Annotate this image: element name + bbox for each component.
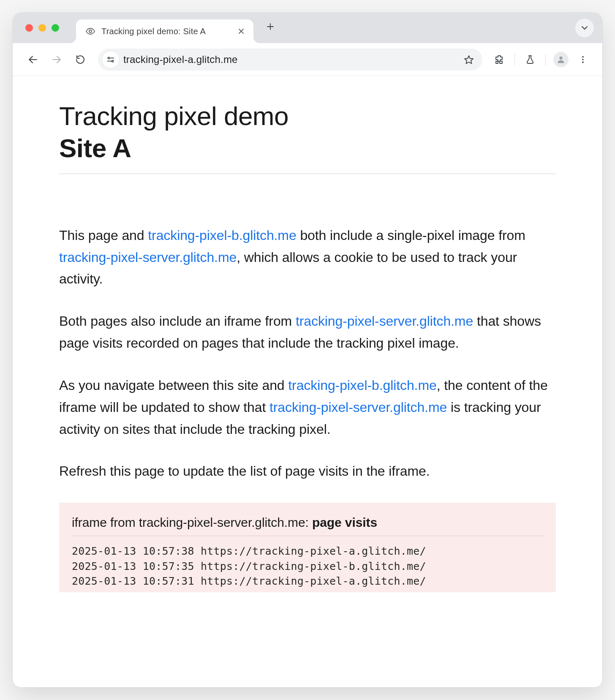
avatar-icon (553, 52, 569, 67)
svg-point-9 (112, 60, 114, 62)
svg-point-12 (559, 56, 562, 59)
addrbar-actions (460, 50, 478, 69)
menu-button[interactable] (574, 50, 592, 69)
window-controls (13, 13, 59, 43)
svg-point-7 (108, 57, 109, 59)
extensions-icon[interactable] (490, 50, 509, 69)
text-run: This page and (59, 228, 148, 243)
forward-button[interactable] (46, 49, 67, 70)
tab-strip: Tracking pixel demo: Site A (13, 13, 602, 43)
url-text[interactable]: tracking-pixel-a.glitch.me (123, 54, 455, 65)
labs-icon[interactable] (521, 50, 539, 69)
browser-tab[interactable]: Tracking pixel demo: Site A (76, 19, 253, 43)
close-icon[interactable] (237, 27, 246, 36)
page-title: Tracking pixel demo Site A (59, 101, 556, 164)
site-settings-icon[interactable] (102, 51, 119, 68)
svg-point-14 (582, 59, 584, 60)
paragraph-4: Refresh this page to update the list of … (59, 460, 556, 482)
address-bar[interactable]: tracking-pixel-a.glitch.me (98, 49, 482, 71)
svg-point-15 (582, 61, 584, 63)
iframe-divider (72, 536, 543, 536)
window-close-icon[interactable] (25, 24, 33, 32)
iframe-panel: iframe from tracking-pixel-server.glitch… (59, 503, 556, 592)
title-divider (59, 174, 556, 174)
new-tab-button[interactable] (262, 18, 279, 35)
text-run: As you navigate between this site and (59, 378, 288, 393)
profile-button[interactable] (552, 50, 570, 69)
link-site-b[interactable]: tracking-pixel-b.glitch.me (288, 378, 436, 393)
paragraph-3: As you navigate between this site and tr… (59, 375, 556, 440)
paragraph-2: Both pages also include an iframe from t… (59, 311, 556, 354)
tab-title: Tracking pixel demo: Site A (101, 27, 231, 36)
reload-button[interactable] (70, 49, 90, 70)
svg-point-0 (89, 30, 92, 33)
body-copy: This page and tracking-pixel-b.glitch.me… (59, 225, 556, 482)
page-title-line2: Site A (59, 133, 556, 164)
link-site-b[interactable]: tracking-pixel-b.glitch.me (148, 228, 296, 243)
link-server[interactable]: tracking-pixel-server.glitch.me (59, 250, 237, 265)
star-icon[interactable] (460, 50, 478, 69)
svg-marker-11 (465, 56, 473, 64)
tabs-dropdown-button[interactable] (575, 19, 594, 37)
toolbar-separator (514, 54, 515, 65)
svg-point-13 (582, 56, 584, 57)
paragraph-1: This page and tracking-pixel-b.glitch.me… (59, 225, 556, 290)
visit-log: 2025-01-13 10:57:38 https://tracking-pix… (72, 544, 543, 592)
browser-toolbar: tracking-pixel-a.glitch.me (13, 43, 602, 76)
browser-window: Tracking pixel demo: Site A (13, 13, 602, 687)
iframe-title: iframe from tracking-pixel-server.glitch… (72, 515, 543, 530)
page-title-line1: Tracking pixel demo (59, 101, 288, 131)
text-run: Both pages also include an iframe from (59, 313, 296, 329)
link-server[interactable]: tracking-pixel-server.glitch.me (296, 313, 473, 329)
window-minimize-icon[interactable] (38, 24, 46, 32)
iframe-title-prefix: iframe from tracking-pixel-server.glitch… (72, 515, 312, 529)
content-viewport: Tracking pixel demo Site A This page and… (13, 76, 602, 687)
link-server[interactable]: tracking-pixel-server.glitch.me (269, 400, 447, 415)
page-content: Tracking pixel demo Site A This page and… (13, 76, 602, 592)
iframe-title-bold: page visits (312, 515, 377, 529)
eye-icon (85, 26, 95, 36)
back-button[interactable] (23, 49, 43, 70)
window-maximize-icon[interactable] (52, 24, 59, 32)
text-run: both include a single-pixel image from (297, 228, 525, 243)
toolbar-separator (545, 54, 546, 65)
